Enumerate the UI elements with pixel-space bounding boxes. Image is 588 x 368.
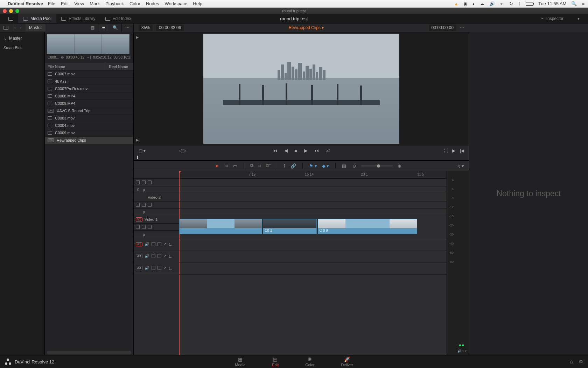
status-warning-icon[interactable]: ▲: [454, 1, 458, 6]
bin-master[interactable]: ⌄Master: [0, 34, 44, 42]
track-a3-dest[interactable]: A3: [136, 266, 142, 270]
breadcrumb-master[interactable]: Master: [26, 24, 46, 31]
timeline-view-options-icon[interactable]: ▤: [342, 163, 346, 169]
status-dropbox-icon[interactable]: ⬧: [472, 1, 475, 6]
file-row[interactable]: C0009.MP4: [45, 100, 133, 107]
zoom-out-button[interactable]: ⊖: [352, 163, 356, 169]
insert-tool-icon[interactable]: ▭: [233, 163, 237, 169]
project-settings-button[interactable]: ⚙: [579, 359, 583, 365]
file-row[interactable]: 4k A7sII: [45, 78, 133, 85]
timeline-tracks-area[interactable]: 7 1915 1423 131 5 C0 3C 0 9: [179, 171, 447, 355]
window-close-button[interactable]: [3, 9, 7, 13]
step-back-button[interactable]: ◀: [284, 148, 288, 153]
file-row[interactable]: XMLXAVC S Round Trip: [45, 107, 133, 115]
menu-playback[interactable]: Playback: [105, 1, 124, 6]
edit-index-tab[interactable]: Edit Index: [100, 14, 136, 23]
chain-link-icon[interactable]: 🔗: [290, 163, 296, 169]
menu-mark[interactable]: Mark: [90, 1, 100, 6]
lock-icon[interactable]: [136, 225, 140, 229]
viewer-options-button[interactable]: ⋯: [460, 25, 464, 30]
track-lane-v1[interactable]: C0 3C 0 9: [179, 215, 447, 239]
media-pool-tab[interactable]: Media Pool: [18, 14, 56, 23]
split-clip-button[interactable]: ‹⬚›: [179, 148, 186, 153]
track-head-v2[interactable]: Video 2: [134, 193, 179, 202]
zoom-in-button[interactable]: ⊕: [398, 163, 401, 169]
meter-speaker-icon[interactable]: 🔊: [457, 349, 461, 353]
ripple-overwrite-icon[interactable]: ⧈: [258, 163, 261, 169]
menu-view[interactable]: View: [74, 1, 84, 6]
page-color[interactable]: ✺Color: [302, 356, 317, 368]
next-clip-button[interactable]: ▶|: [136, 138, 140, 142]
arm-icon[interactable]: [158, 254, 161, 258]
column-reelname[interactable]: Reel Name: [106, 63, 133, 70]
search-button[interactable]: 🔍: [109, 23, 122, 32]
timeline-ruler[interactable]: 7 1915 1423 131 5: [179, 171, 447, 179]
blade-tool-icon[interactable]: ⧈: [225, 163, 228, 169]
next-edit-button[interactable]: |◀: [460, 148, 464, 153]
visibility-icon[interactable]: [148, 225, 152, 229]
lock-icon[interactable]: [136, 203, 140, 207]
menu-help[interactable]: Help: [193, 1, 202, 6]
menu-edit[interactable]: Edit: [61, 1, 69, 6]
column-filename[interactable]: File Name: [45, 63, 106, 70]
fullscreen-button[interactable]: ⛶: [444, 148, 448, 153]
menu-color[interactable]: Color: [130, 1, 140, 6]
file-row[interactable]: C0008.MP4: [45, 93, 133, 100]
nav-back-button[interactable]: ‹: [12, 25, 18, 30]
file-row[interactable]: C0004.mov: [45, 122, 133, 129]
flag-icon[interactable]: ⚑ ▾: [309, 163, 317, 169]
track-v1-dest[interactable]: V1: [136, 217, 142, 222]
mute-icon[interactable]: 🔊: [145, 266, 149, 270]
effects-library-tab[interactable]: Effects Library: [56, 14, 100, 23]
go-last-button[interactable]: ⏭: [315, 148, 319, 153]
file-row[interactable]: C0007.mov: [45, 70, 133, 78]
mute-icon[interactable]: 🔊: [145, 242, 149, 246]
status-cloud-icon[interactable]: ☁: [480, 1, 484, 6]
menu-workspace[interactable]: Workspace: [165, 1, 188, 6]
timeline-name[interactable]: Rewrapped Clips ▾: [289, 25, 324, 30]
stop-button[interactable]: ■: [295, 148, 298, 153]
file-row[interactable]: C0003.mov: [45, 115, 133, 122]
window-minimize-button[interactable]: [9, 9, 13, 13]
monitor-layout-button[interactable]: [4, 14, 18, 23]
spotlight-icon[interactable]: 🔍: [571, 1, 577, 6]
notification-center-icon[interactable]: ≡: [582, 1, 584, 6]
status-bluetooth-icon[interactable]: ᛒ: [518, 1, 521, 6]
file-row[interactable]: C0007ProRes.mov: [45, 85, 133, 93]
curve-icon[interactable]: ↗: [163, 242, 167, 246]
viewer-image[interactable]: [203, 34, 399, 144]
match-frame-button[interactable]: ⬚ ▾: [139, 148, 146, 153]
lock-icon[interactable]: [136, 180, 140, 184]
status-volume-icon[interactable]: 🔊: [489, 1, 495, 6]
viewer-zoom[interactable]: 35%: [139, 25, 153, 31]
status-wifi-icon[interactable]: ᯤ: [500, 1, 504, 6]
track-head-v1[interactable]: V1Video 1: [134, 215, 179, 224]
curve-icon[interactable]: ↗: [163, 266, 167, 270]
audio-mixer-toggle-icon[interactable]: ♫ ▾: [457, 163, 464, 169]
window-zoom-button[interactable]: [15, 9, 19, 13]
inspector-tab[interactable]: ✂ Inspector: [536, 16, 568, 21]
status-clock[interactable]: Tue 11:55 AM: [538, 1, 566, 6]
replace-clip-icon[interactable]: ⧉⁺: [266, 163, 271, 169]
jog-bar[interactable]: [134, 156, 469, 161]
horizontal-scrollbar[interactable]: [47, 351, 131, 354]
mute-icon[interactable]: 🔊: [145, 254, 149, 258]
file-row[interactable]: XMLRewrapped Clips: [45, 137, 133, 144]
bin-layout-button[interactable]: [0, 23, 12, 32]
timeline-zoom-slider[interactable]: [361, 165, 393, 166]
track-a2-dest[interactable]: A2: [136, 254, 142, 258]
play-button[interactable]: ▶: [304, 148, 308, 153]
status-battery-icon[interactable]: [526, 2, 533, 6]
timeline-clip[interactable]: C 0 9: [318, 219, 417, 234]
app-menu[interactable]: DaVinci Resolve: [8, 1, 43, 6]
status-nvidia-icon[interactable]: ◉: [463, 1, 467, 6]
list-view-button[interactable]: ≣: [98, 23, 109, 32]
arm-icon[interactable]: [158, 266, 161, 270]
visibility-icon[interactable]: [148, 203, 152, 207]
thumb-view-button[interactable]: ▦: [87, 23, 98, 32]
solo-icon[interactable]: [152, 266, 155, 270]
status-timemachine-icon[interactable]: ↻: [509, 1, 513, 6]
marker-icon[interactable]: ◆ ▾: [322, 163, 329, 169]
page-deliver[interactable]: 🚀Deliver: [338, 356, 356, 368]
page-edit[interactable]: ▤Edit: [269, 356, 281, 368]
